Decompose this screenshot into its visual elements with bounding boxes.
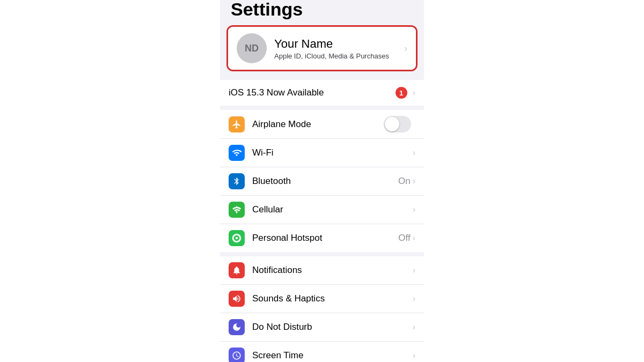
- cellular-label: Cellular: [252, 204, 413, 215]
- svg-rect-1: [236, 212, 237, 213]
- profile-subtitle: Apple ID, iCloud, Media & Purchases: [274, 52, 400, 60]
- notifications-icon: [229, 262, 245, 278]
- do-not-disturb-chevron: ›: [413, 322, 415, 332]
- do-not-disturb-row[interactable]: Do Not Disturb ›: [220, 313, 424, 342]
- personal-hotspot-row[interactable]: Personal Hotspot Off ›: [220, 224, 424, 252]
- update-row[interactable]: iOS 15.3 Now Available 1 ›: [220, 80, 424, 106]
- bluetooth-label: Bluetooth: [252, 176, 398, 187]
- profile-name: Your Name: [274, 37, 400, 51]
- screen-time-icon: [229, 348, 245, 362]
- wifi-right: ›: [413, 148, 415, 158]
- screen-time-right: ›: [413, 351, 415, 360]
- update-label: iOS 15.3 Now Available: [229, 87, 396, 98]
- bluetooth-chevron: ›: [413, 176, 415, 186]
- notifications-label: Notifications: [252, 265, 413, 276]
- section-gap-3: [220, 252, 424, 256]
- section-gap-2: [220, 106, 424, 110]
- personal-hotspot-chevron: ›: [413, 233, 415, 243]
- bluetooth-value: On: [398, 176, 411, 187]
- airplane-mode-row[interactable]: Airplane Mode: [220, 110, 424, 139]
- personal-hotspot-right: Off ›: [398, 233, 415, 243]
- profile-card-wrapper: ND Your Name Apple ID, iCloud, Media & P…: [226, 25, 418, 71]
- airplane-mode-right: [384, 116, 415, 132]
- personal-hotspot-icon: [229, 230, 245, 246]
- cellular-chevron: ›: [413, 205, 415, 215]
- update-badge: 1: [396, 87, 407, 99]
- profile-card[interactable]: ND Your Name Apple ID, iCloud, Media & P…: [228, 27, 416, 70]
- update-right: 1 ›: [396, 87, 415, 99]
- cellular-right: ›: [413, 205, 415, 215]
- cellular-icon: [229, 202, 245, 218]
- airplane-mode-icon: [229, 116, 245, 132]
- avatar: ND: [237, 33, 267, 63]
- update-chevron: ›: [413, 88, 415, 98]
- personal-hotspot-label: Personal Hotspot: [252, 233, 398, 243]
- do-not-disturb-right: ›: [413, 322, 415, 332]
- sounds-haptics-right: ›: [413, 294, 415, 304]
- wifi-row[interactable]: Wi-Fi ›: [220, 139, 424, 167]
- screen-time-row[interactable]: Screen Time ›: [220, 342, 424, 362]
- bluetooth-row[interactable]: Bluetooth On ›: [220, 167, 424, 196]
- airplane-mode-toggle[interactable]: [384, 116, 411, 132]
- system-section: Notifications › Sounds & Haptics ›: [220, 256, 424, 362]
- airplane-mode-label: Airplane Mode: [252, 119, 384, 130]
- svg-rect-0: [236, 206, 237, 208]
- notifications-right: ›: [413, 265, 415, 275]
- sounds-haptics-icon: [229, 291, 245, 307]
- sounds-haptics-chevron: ›: [413, 294, 415, 304]
- do-not-disturb-icon: [229, 319, 245, 335]
- screen-time-chevron: ›: [413, 351, 415, 360]
- sounds-haptics-label: Sounds & Haptics: [252, 293, 413, 304]
- wifi-icon: [229, 145, 245, 161]
- sounds-haptics-row[interactable]: Sounds & Haptics ›: [220, 285, 424, 313]
- update-section: iOS 15.3 Now Available 1 ›: [220, 80, 424, 106]
- page-title: Settings: [220, 0, 424, 25]
- svg-point-2: [236, 237, 238, 240]
- wifi-chevron: ›: [413, 148, 415, 158]
- profile-chevron: ›: [404, 43, 407, 54]
- notifications-row[interactable]: Notifications ›: [220, 256, 424, 285]
- settings-screen: Settings ND Your Name Apple ID, iCloud, …: [220, 0, 424, 362]
- wifi-label: Wi-Fi: [252, 147, 413, 158]
- personal-hotspot-value: Off: [398, 233, 410, 243]
- cellular-row[interactable]: Cellular ›: [220, 196, 424, 224]
- screen-time-label: Screen Time: [252, 350, 413, 361]
- profile-info: Your Name Apple ID, iCloud, Media & Purc…: [274, 37, 400, 60]
- section-gap-1: [220, 76, 424, 80]
- bluetooth-right: On ›: [398, 176, 415, 187]
- do-not-disturb-label: Do Not Disturb: [252, 322, 413, 333]
- toggle-knob: [385, 117, 399, 131]
- bluetooth-icon: [229, 173, 245, 189]
- notifications-chevron: ›: [413, 265, 415, 275]
- connectivity-section: Airplane Mode Wi-Fi ›: [220, 110, 424, 252]
